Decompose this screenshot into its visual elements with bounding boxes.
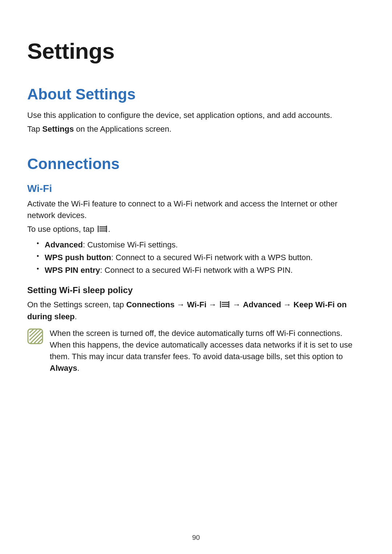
path-wifi: Wi-Fi: [187, 300, 207, 309]
menu-icon: [220, 299, 229, 311]
note-icon: [27, 328, 43, 346]
svg-rect-7: [222, 304, 228, 305]
section-about-settings: About Settings: [27, 86, 365, 103]
text: .: [108, 225, 110, 234]
svg-rect-8: [222, 306, 228, 307]
text: : Connect to a secured Wi-Fi network wit…: [100, 266, 293, 275]
text: : Customise Wi-Fi settings.: [83, 240, 178, 249]
text: Tap: [27, 124, 42, 134]
note-always: Always: [50, 364, 77, 373]
text: When the screen is turned off, the devic…: [50, 329, 352, 361]
subheading-wifi-sleep-policy: Setting Wi-Fi sleep policy: [27, 285, 365, 295]
svg-rect-5: [220, 301, 221, 308]
svg-rect-9: [228, 301, 229, 308]
arrow: →: [230, 300, 243, 309]
subsection-wifi: Wi-Fi: [27, 183, 365, 194]
option-wps-push: WPS push button: [45, 253, 111, 262]
text: On the Settings screen, tap: [27, 300, 126, 309]
svg-rect-3: [99, 230, 106, 231]
menu-icon: [98, 224, 107, 235]
text: : Connect to a secured Wi-Fi network wit…: [111, 253, 313, 262]
option-advanced: Advanced: [45, 240, 83, 249]
svg-rect-4: [106, 226, 107, 232]
wifi-options-line: To use options, tap .: [27, 223, 365, 235]
svg-rect-6: [222, 302, 228, 303]
manual-page: Settings About Settings Use this applica…: [0, 0, 392, 554]
arrow: →: [281, 300, 293, 309]
svg-rect-1: [99, 226, 106, 227]
wifi-options-list: Advanced: Customise Wi-Fi settings. WPS …: [37, 238, 365, 277]
text: To use options, tap: [27, 225, 97, 234]
path-advanced: Advanced: [243, 300, 281, 309]
wifi-desc: Activate the Wi-Fi feature to connect to…: [27, 198, 365, 221]
about-desc: Use this application to configure the de…: [27, 110, 365, 121]
text: on the Applications screen.: [74, 124, 171, 134]
svg-rect-0: [98, 226, 99, 232]
wifi-sleep-path: On the Settings screen, tap Connections …: [27, 299, 365, 323]
chapter-title: Settings: [27, 38, 365, 64]
section-connections: Connections: [27, 155, 365, 173]
list-item: WPS PIN entry: Connect to a secured Wi-F…: [37, 264, 365, 276]
path-connections: Connections: [126, 300, 175, 309]
svg-rect-2: [99, 228, 106, 229]
bold-settings: Settings: [42, 124, 74, 134]
note-text: When the screen is turned off, the devic…: [50, 328, 365, 374]
arrow: →: [207, 300, 219, 309]
about-tap-settings: Tap Settings on the Applications screen.: [27, 123, 365, 135]
list-item: WPS push button: Connect to a secured Wi…: [37, 251, 365, 264]
arrow: →: [175, 300, 187, 309]
page-number: 90: [0, 534, 392, 542]
text: .: [75, 312, 77, 321]
text: .: [77, 364, 79, 373]
option-wps-pin: WPS PIN entry: [45, 266, 100, 275]
note-block: When the screen is turned off, the devic…: [27, 328, 365, 374]
list-item: Advanced: Customise Wi-Fi settings.: [37, 238, 365, 251]
